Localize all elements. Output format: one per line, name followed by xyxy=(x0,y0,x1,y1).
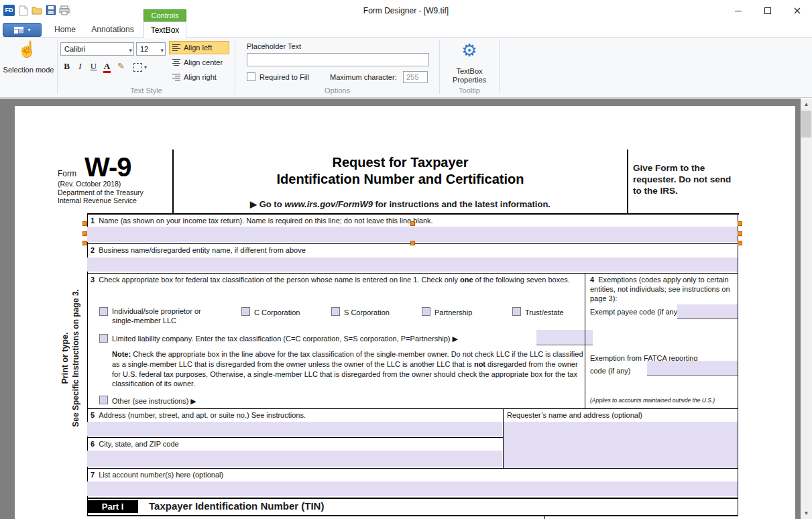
fatca-label-line2: code (if any) xyxy=(590,367,631,376)
checkbox-s-corporation[interactable] xyxy=(331,307,340,316)
minimize-button[interactable] xyxy=(723,0,753,21)
form-goto-line: ▶ Go to www.irs.gov/FormW9 for instructi… xyxy=(176,199,625,210)
maximum-character-input[interactable] xyxy=(403,71,428,83)
field5-label: 5 Address (number, street, and apt. or s… xyxy=(91,411,306,420)
save-icon[interactable] xyxy=(45,5,57,16)
form-designer-window: FD Form Designer - [W9.tif] Control xyxy=(0,0,812,519)
border-style-button[interactable]: ▾ xyxy=(130,59,150,72)
ribbon-tab-row: ▾ Home Annotations TextBox xyxy=(0,21,812,38)
font-size-select[interactable]: 12▾ xyxy=(136,42,166,56)
new-document-icon[interactable] xyxy=(17,5,30,16)
gear-icon: ⚙ xyxy=(441,39,498,62)
maximum-character-label: Maximum character: xyxy=(330,73,397,81)
field4-label: 4 Exemptions (codes apply only to certai… xyxy=(590,276,732,303)
group-label-text-style: Text Style xyxy=(58,86,235,95)
dashed-box-icon xyxy=(133,63,142,72)
selection-handle[interactable] xyxy=(82,221,87,226)
app-logo-icon: FD xyxy=(3,5,15,16)
placeholder-text-input[interactable] xyxy=(247,53,429,66)
selection-handle[interactable] xyxy=(738,221,742,226)
document-area: Form W-9 (Rev. October 2018) Department … xyxy=(0,99,812,519)
controls-badge[interactable]: Controls xyxy=(143,9,186,21)
field1-label: 1 Name (as shown on your income tax retu… xyxy=(91,217,433,226)
close-button[interactable] xyxy=(782,0,812,21)
checkbox-partnership[interactable] xyxy=(422,307,430,316)
selection-handle[interactable] xyxy=(82,231,87,236)
field5-input[interactable] xyxy=(87,422,502,437)
header-divider-right xyxy=(627,150,628,213)
scroll-up-icon[interactable]: ▲ xyxy=(801,99,812,110)
open-file-icon[interactable] xyxy=(31,5,43,16)
checkbox-c-corporation-label: C Corporation xyxy=(254,308,300,318)
italic-button[interactable]: I xyxy=(74,59,86,72)
chevron-down-icon: ▾ xyxy=(160,44,164,56)
tab-annotations[interactable]: Annotations xyxy=(86,21,139,38)
field6-label: 6 City, state, and ZIP code xyxy=(91,440,179,449)
checkbox-llc[interactable] xyxy=(99,334,108,343)
scroll-down-icon[interactable]: ▼ xyxy=(801,508,812,519)
titlebar: FD Form Designer - [W9.tif] xyxy=(0,0,812,21)
selection-mode-button[interactable]: Selection mode xyxy=(0,66,57,74)
chevron-down-icon: ▾ xyxy=(129,44,132,56)
align-left-icon xyxy=(172,44,180,51)
align-right-button[interactable]: Align right xyxy=(169,70,229,84)
field7-input[interactable] xyxy=(87,481,738,496)
form-title-line1: Request for Taxpayer xyxy=(176,154,625,171)
selection-mode-hand-icon: ☝ xyxy=(17,40,37,58)
print-icon[interactable] xyxy=(58,5,70,16)
checkbox-partnership-label: Partnership xyxy=(434,308,472,318)
form-line xyxy=(87,498,738,499)
required-to-fill-checkbox[interactable] xyxy=(247,72,255,81)
highlight-pen-icon[interactable]: ✎ xyxy=(115,59,127,72)
requester-input[interactable] xyxy=(504,422,738,468)
font-color-button[interactable]: A xyxy=(101,59,113,72)
align-left-button[interactable]: Align left xyxy=(169,41,229,54)
maximize-button[interactable] xyxy=(753,0,782,21)
form-line xyxy=(87,273,738,274)
form-revision: (Rev. October 2018) xyxy=(58,180,121,188)
group-separator xyxy=(235,40,235,94)
part1-title: Taxpayer Identification Number (TIN) xyxy=(149,500,324,513)
align-center-icon xyxy=(172,59,180,66)
field7-label: 7 List account number(s) here (optional) xyxy=(91,471,223,480)
checkbox-other[interactable] xyxy=(99,396,108,404)
align-center-button[interactable]: Align center xyxy=(169,56,229,69)
window-title: Form Designer - [W9.tif] xyxy=(363,6,449,15)
fatca-code-input[interactable] xyxy=(647,361,738,376)
tab-home[interactable]: Home xyxy=(48,21,82,38)
form-column-divider xyxy=(544,516,545,519)
group-separator xyxy=(499,40,500,94)
bold-button[interactable]: B xyxy=(60,59,73,72)
checkbox-individual[interactable] xyxy=(99,307,108,316)
tab-textbox[interactable]: TextBox xyxy=(143,21,186,38)
align-right-icon xyxy=(172,74,180,80)
underline-button[interactable]: U xyxy=(87,59,100,72)
field2-input[interactable] xyxy=(87,257,738,272)
form-line xyxy=(87,213,739,215)
scrollbar-thumb[interactable] xyxy=(801,111,811,137)
checkbox-trust-estate[interactable] xyxy=(512,307,521,316)
field1-input[interactable] xyxy=(87,227,738,242)
form-line xyxy=(87,468,738,469)
checkbox-c-corporation[interactable] xyxy=(241,307,250,316)
exempt-payee-input[interactable] xyxy=(677,304,738,319)
form-service: Internal Revenue Service xyxy=(58,196,137,205)
textbox-properties-button[interactable]: TextBox Properties xyxy=(441,67,498,84)
selection-handle[interactable] xyxy=(738,231,742,236)
selection-handle[interactable] xyxy=(410,221,415,226)
selection-handle[interactable] xyxy=(410,241,415,245)
form-line xyxy=(87,437,503,438)
selection-handle[interactable] xyxy=(738,241,742,245)
selection-handle[interactable] xyxy=(82,241,87,245)
field6-input[interactable] xyxy=(87,451,502,467)
chevron-down-icon: ▾ xyxy=(144,64,147,70)
app-menu-button[interactable]: ▾ xyxy=(3,23,42,37)
field3-label: 3 Check appropriate box for federal tax … xyxy=(91,276,591,285)
part1-badge: Part I xyxy=(87,500,138,513)
field3-note: Note: Check the appropriate box in the l… xyxy=(112,349,585,389)
form-line xyxy=(87,408,738,409)
vertical-scrollbar[interactable]: ▲ ▼ xyxy=(801,99,812,519)
checkbox-llc-label: Limited liability company. Enter the tax… xyxy=(112,335,541,344)
font-family-select[interactable]: Calibri▾ xyxy=(60,42,134,56)
toolbar-separator xyxy=(70,4,70,17)
